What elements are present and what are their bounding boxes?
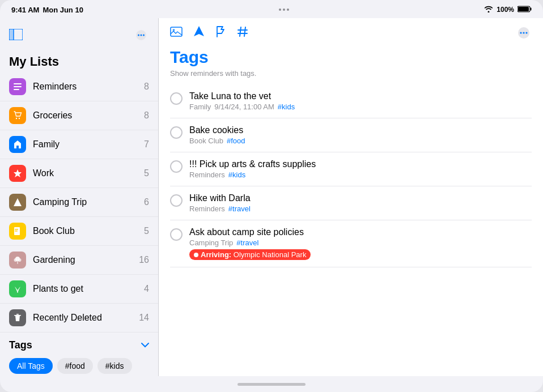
svg-rect-2 [518, 7, 529, 11]
list-item-work[interactable]: Work 5 [0, 159, 158, 188]
main-toolbar [159, 18, 543, 48]
svg-rect-19 [15, 231, 18, 232]
reminder-body-2: Bake cookies Book Club #food [189, 125, 532, 145]
reminder-title-4: Hike with Darla [189, 193, 532, 203]
reminder-checkbox-5[interactable] [170, 228, 183, 241]
location-badge-dot [194, 253, 198, 257]
svg-line-29 [240, 27, 241, 36]
camping-count: 6 [144, 197, 149, 207]
svg-point-36 [525, 32, 527, 33]
location-icon[interactable] [194, 26, 204, 40]
hashtag-icon[interactable] [237, 26, 248, 40]
svg-rect-1 [531, 7, 532, 10]
reminder-list-4: Reminders [189, 204, 225, 213]
reminder-item-1: Take Luna to the vet Family 9/14/24, 11:… [170, 84, 532, 118]
svg-marker-15 [14, 169, 22, 177]
svg-rect-25 [14, 315, 21, 316]
list-item-deleted[interactable]: Recently Deleted 14 [0, 304, 158, 333]
reminder-checkbox-3[interactable] [170, 160, 183, 173]
reminder-checkbox-1[interactable] [170, 92, 183, 105]
reminder-tag-2[interactable]: #food [227, 137, 245, 145]
reminder-tag-5[interactable]: #travel [236, 238, 258, 247]
reminder-list-2: Book Club [189, 137, 223, 145]
list-item-groceries[interactable]: Groceries 8 [0, 101, 158, 130]
list-item-family[interactable]: Family 7 [0, 130, 158, 159]
svg-rect-10 [14, 83, 22, 84]
reminder-meta-4: Reminders #travel [189, 204, 532, 213]
work-label: Work [33, 168, 144, 178]
reminder-item-2: Bake cookies Book Club #food [170, 118, 532, 152]
image-icon[interactable] [170, 27, 183, 40]
reminder-checkbox-2[interactable] [170, 126, 183, 139]
app-container: My Lists Reminders 8 [0, 18, 543, 376]
svg-point-13 [16, 118, 17, 119]
reminder-title-5: Ask about camp site policies [189, 227, 532, 237]
reminder-body-4: Hike with Darla Reminders #travel [189, 193, 532, 213]
reminder-tag-1[interactable]: #kids [278, 103, 295, 111]
bookclub-count: 5 [144, 226, 149, 236]
list-item-bookclub[interactable]: Book Club 5 [0, 217, 158, 246]
reminder-checkbox-4[interactable] [170, 194, 183, 207]
plants-icon [9, 280, 26, 297]
gardening-count: 16 [139, 255, 149, 265]
reminder-meta-3: Reminders #kids [189, 171, 532, 179]
family-label: Family [33, 139, 144, 150]
location-badge-text: Arriving: Olympic National Park [201, 250, 306, 259]
main-more-button[interactable] [516, 25, 532, 41]
svg-point-35 [523, 32, 524, 33]
sidebar-toolbar [0, 25, 158, 50]
svg-rect-11 [14, 86, 22, 87]
tag-chip-food[interactable]: #food [57, 358, 93, 374]
status-date: Mon Jun 10 [43, 6, 83, 14]
reminder-body-1: Take Luna to the vet Family 9/14/24, 11:… [189, 91, 532, 111]
reminder-body-5: Ask about camp site policies Camping Tri… [189, 227, 532, 260]
svg-rect-26 [16, 314, 19, 315]
flag-icon[interactable] [215, 26, 226, 40]
deleted-label: Recently Deleted [33, 313, 139, 323]
main-content: Tags Show reminders with tags. Take Luna… [159, 18, 543, 376]
svg-marker-16 [14, 198, 22, 206]
sidebar: My Lists Reminders 8 [0, 18, 159, 376]
reminder-tag-4[interactable]: #travel [228, 204, 251, 213]
svg-rect-23 [18, 261, 18, 264]
wifi-icon [484, 6, 493, 14]
deleted-icon [9, 309, 26, 326]
svg-rect-27 [171, 27, 182, 36]
reminders-icon [9, 78, 26, 95]
list-items: Reminders 8 Groceries 8 [0, 73, 158, 333]
svg-point-9 [143, 35, 145, 36]
reminder-item-3: !!! Pick up arts & crafts supplies Remin… [170, 152, 532, 186]
sidebar-more-button[interactable] [133, 27, 149, 43]
sidebar-toggle-button[interactable] [9, 29, 23, 42]
groceries-icon [9, 107, 26, 124]
family-count: 7 [144, 139, 149, 150]
tags-section: Tags All Tags #food #kids #travel [0, 333, 158, 376]
svg-point-21 [14, 258, 18, 262]
deleted-count: 14 [139, 313, 149, 323]
location-badge-5: Arriving: Olympic National Park [189, 249, 311, 260]
tag-chip-kids[interactable]: #kids [97, 358, 132, 374]
toolbar-icons-left [170, 26, 248, 40]
tags-chips: All Tags #food #kids #travel [9, 358, 149, 376]
tag-chip-all[interactable]: All Tags [9, 358, 53, 374]
tags-main: Tags Show reminders with tags. Take Luna… [159, 48, 543, 376]
tags-chevron-button[interactable] [141, 341, 149, 350]
reminder-title-3: !!! Pick up arts & crafts supplies [189, 159, 532, 169]
reminder-item-4: Hike with Darla Reminders #travel [170, 186, 532, 220]
list-item-reminders[interactable]: Reminders 8 [0, 73, 158, 101]
reminder-body-3: !!! Pick up arts & crafts supplies Remin… [189, 159, 532, 179]
tags-main-title: Tags [170, 48, 532, 67]
svg-line-30 [244, 27, 245, 36]
groceries-count: 8 [144, 110, 149, 121]
reminder-tag-3[interactable]: #kids [228, 171, 245, 179]
reminder-title-2: Bake cookies [189, 125, 532, 135]
list-item-camping[interactable]: Camping Trip 6 [0, 188, 158, 217]
battery-icon [517, 6, 532, 14]
list-item-gardening[interactable]: Gardening 16 [0, 246, 158, 275]
battery-level: 100% [497, 6, 514, 14]
camping-icon [9, 194, 26, 211]
home-bar [237, 383, 306, 386]
list-item-plants[interactable]: Plants to get 4 [0, 275, 158, 304]
reminder-date-1: 9/14/24, 11:00 AM [214, 103, 274, 111]
family-icon [9, 136, 26, 153]
